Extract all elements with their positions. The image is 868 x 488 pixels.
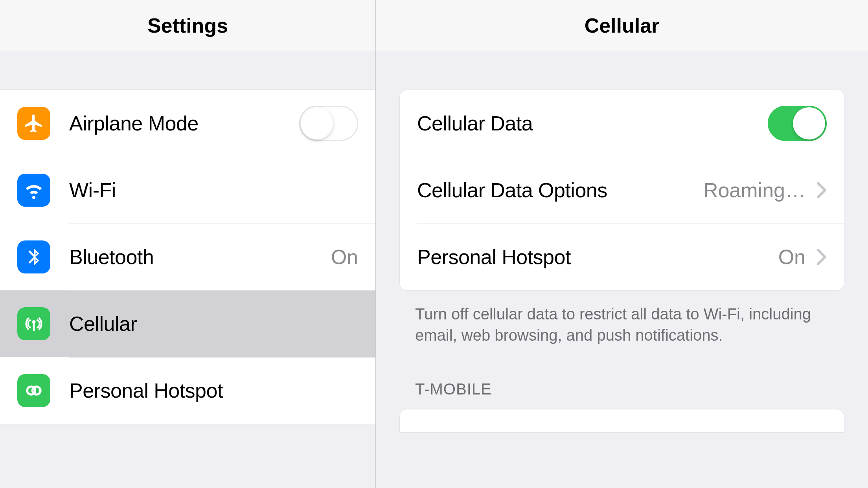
chevron-right-icon [817,248,827,266]
row-label: Cellular Data Options [417,178,695,202]
carrier-section-header: T-MOBILE [415,380,868,398]
sidebar-title: Settings [147,14,228,37]
row-personal-hotspot[interactable]: Personal Hotspot On [400,224,844,290]
cellular-data-toggle[interactable] [768,106,827,141]
sidebar-item-personal-hotspot[interactable]: Personal Hotspot [0,357,375,424]
hotspot-icon [17,374,50,407]
sidebar-navbar: Settings [0,0,375,51]
sidebar-item-bluetooth[interactable]: Bluetooth On [0,224,375,290]
row-label: Wi-Fi [69,178,358,202]
row-value: Roaming… [703,178,805,202]
row-cellular-data[interactable]: Cellular Data [400,90,844,157]
airplane-icon [17,107,50,140]
row-label: Cellular [69,312,358,336]
detail-pane: Cellular Cellular Data Cellular Data Opt… [376,0,868,488]
row-value: On [778,245,805,269]
row-label: Personal Hotspot [417,245,771,269]
settings-sidebar: Settings Airplane Mode Wi-Fi [0,0,376,488]
bluetooth-icon [17,240,50,273]
row-cellular-data-options[interactable]: Cellular Data Options Roaming… [400,157,844,224]
detail-navbar: Cellular [376,0,868,51]
sidebar-scroll[interactable]: Airplane Mode Wi-Fi Bluetooth On [0,51,375,488]
sidebar-group: Airplane Mode Wi-Fi Bluetooth On [0,90,375,424]
settings-app: Settings Airplane Mode Wi-Fi [0,0,868,488]
row-label: Personal Hotspot [69,379,358,402]
sidebar-item-airplane-mode[interactable]: Airplane Mode [0,90,375,157]
chevron-right-icon [817,182,827,199]
detail-title: Cellular [585,14,660,37]
row-label: Bluetooth [69,245,323,269]
sidebar-item-wifi[interactable]: Wi-Fi [0,157,375,224]
carrier-group-peek [399,409,844,433]
sidebar-item-cellular[interactable]: Cellular [0,290,375,357]
cellular-group: Cellular Data Cellular Data Options Roam… [399,90,844,291]
row-value: On [331,245,358,269]
cellular-icon [17,307,50,340]
airplane-mode-toggle[interactable] [299,106,358,141]
detail-scroll[interactable]: Cellular Data Cellular Data Options Roam… [376,51,868,488]
cellular-footer-text: Turn off cellular data to restrict all d… [415,303,829,346]
wifi-icon [17,174,50,207]
row-label: Airplane Mode [69,112,299,135]
row-label: Cellular Data [417,112,768,135]
svg-point-1 [33,387,40,394]
